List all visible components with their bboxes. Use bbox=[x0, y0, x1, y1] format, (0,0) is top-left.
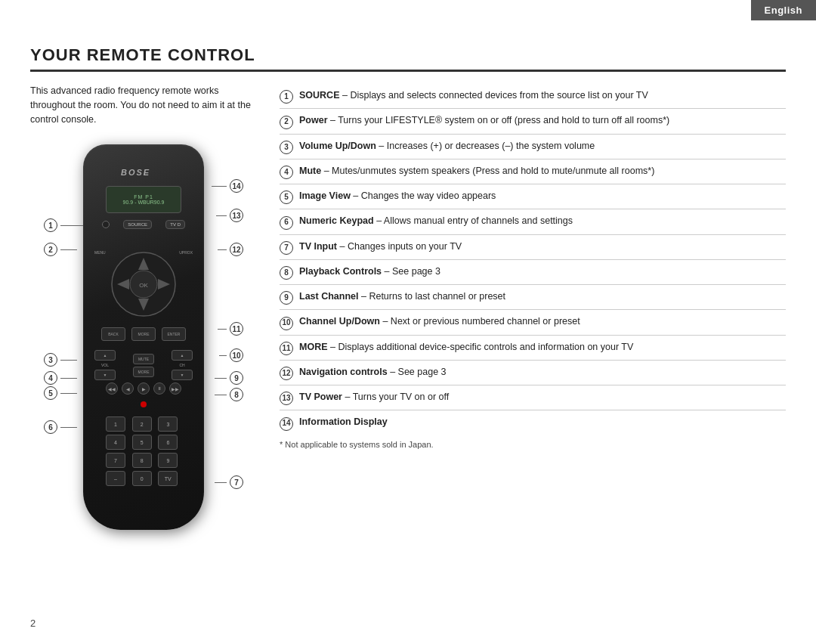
callout-position-5: 5 bbox=[44, 386, 77, 400]
callout-circle-13: 13 bbox=[230, 209, 243, 222]
callout-line-13 bbox=[216, 215, 227, 216]
back-button: BACK bbox=[101, 327, 125, 341]
feature-text: Navigation controls – See page 3 bbox=[299, 365, 786, 379]
callout-circle-right: 11 bbox=[280, 342, 293, 355]
callout-circle-7: 7 bbox=[230, 475, 243, 489]
remote-display: FM P1 90.9 - WBUR90.9 bbox=[106, 186, 181, 213]
feature-label: Playback Controls bbox=[299, 266, 382, 277]
callout-line-11 bbox=[218, 329, 227, 330]
mute-button: MUTE bbox=[133, 354, 154, 364]
enter-button: ENTER bbox=[162, 327, 186, 341]
feature-num-circle: 12 bbox=[280, 366, 293, 380]
prev-btn: ◀◀ bbox=[106, 382, 118, 395]
callout-line-8 bbox=[215, 395, 227, 395]
callout-circle-right: 10 bbox=[280, 317, 293, 330]
display-line1: FM P1 bbox=[134, 194, 153, 200]
ch-controls: ▲ CH ▼ bbox=[172, 350, 193, 380]
feature-label: Numeric Keypad bbox=[299, 215, 374, 226]
feature-label: SOURCE bbox=[299, 90, 339, 101]
svg-text:BOSE: BOSE bbox=[121, 168, 150, 177]
callout-circle-right: 5 bbox=[280, 190, 293, 204]
callout-circle-11: 11 bbox=[230, 322, 243, 336]
feature-num-circle: 5 bbox=[280, 190, 293, 204]
callout-line-5 bbox=[60, 393, 77, 394]
main-content: Your Remote Control This advanced radio … bbox=[30, 45, 786, 614]
callout-line-10 bbox=[219, 355, 227, 356]
feature-item: 1SOURCE – Displays and selects connected… bbox=[280, 84, 786, 109]
vol-up: ▲ bbox=[94, 350, 116, 361]
key-6: 6 bbox=[158, 435, 178, 450]
feature-text: TV Power – Turns your TV on or off bbox=[299, 390, 786, 404]
key-4: 4 bbox=[106, 435, 125, 450]
callout-circle-right: 12 bbox=[280, 367, 293, 380]
mute-control: MUTE MORE bbox=[133, 354, 154, 377]
page-title: Your Remote Control bbox=[30, 45, 786, 72]
ch-up: ▲ bbox=[172, 350, 193, 361]
vol-mute-ch-row: ▲ VOL ▼ MUTE MORE ▲ CH ▼ bbox=[94, 350, 193, 380]
feature-item: 3Volume Up/Down – Increases (+) or decre… bbox=[280, 135, 786, 159]
key-9: 9 bbox=[158, 453, 178, 468]
key-8: 8 bbox=[132, 453, 152, 468]
feature-item: 2Power – Turns your LIFESTYLE® system on… bbox=[280, 109, 786, 134]
power-indicator bbox=[102, 221, 110, 228]
feature-text: Playback Controls – See page 3 bbox=[299, 265, 786, 278]
callout-circle-right: 7 bbox=[280, 241, 293, 255]
callout-line-6 bbox=[60, 427, 77, 428]
more-button: MORE bbox=[131, 327, 156, 341]
feature-num-circle: 3 bbox=[280, 140, 293, 154]
page-number: 2 bbox=[30, 618, 36, 629]
key-tv-input: TV bbox=[158, 471, 178, 486]
callout-circle-9: 9 bbox=[230, 371, 243, 385]
source-button: SOURCE bbox=[123, 220, 152, 229]
callout-position-14: 14 bbox=[212, 179, 243, 193]
feature-num-circle: 10 bbox=[280, 315, 293, 330]
ch-down: ▼ bbox=[172, 370, 193, 380]
callout-line-3 bbox=[60, 360, 77, 361]
feature-text: Information Display bbox=[299, 415, 786, 429]
feature-text: Numeric Keypad – Allows manual entry of … bbox=[299, 214, 786, 228]
callout-position-1: 1 bbox=[44, 218, 83, 232]
feature-item: 11MORE – Displays additional device-spec… bbox=[280, 336, 786, 361]
feature-label: TV Power bbox=[299, 392, 342, 402]
feature-text: TV Input – Changes inputs on your TV bbox=[299, 240, 786, 253]
key-0: 0 bbox=[132, 471, 152, 486]
feature-label: Last Channel bbox=[299, 291, 359, 302]
callout-position-3: 3 bbox=[44, 353, 77, 367]
feature-item: 5Image View – Changes the way video appe… bbox=[280, 184, 786, 209]
callout-circle-right: 13 bbox=[280, 392, 293, 405]
pause-btn: ⏸ bbox=[153, 382, 165, 395]
feature-item: 4Mute – Mutes/unmutes system speakers (P… bbox=[280, 159, 786, 184]
more-btn2: MORE bbox=[133, 367, 154, 377]
ch-label: CH bbox=[179, 363, 184, 367]
feature-label: Image View bbox=[299, 190, 351, 201]
remote-illustration: BOSE FM P1 90.9 - WBUR90.9 SOURCE TV D bbox=[38, 137, 249, 537]
vol-down: ▼ bbox=[94, 370, 116, 380]
feature-label: Mute bbox=[299, 166, 321, 176]
feature-text: Channel Up/Down – Next or previous numbe… bbox=[299, 314, 786, 328]
footnote: * Not applicable to systems sold in Japa… bbox=[280, 440, 786, 449]
feature-item: 9Last Channel – Returns to last channel … bbox=[280, 285, 786, 310]
feature-item: 12Navigation controls – See page 3 bbox=[280, 361, 786, 385]
nav-cluster: OK bbox=[110, 250, 178, 318]
right-column: 1SOURCE – Displays and selects connected… bbox=[280, 84, 786, 537]
feature-label: Information Display bbox=[299, 416, 388, 427]
two-column-layout: This advanced radio frequency remote wor… bbox=[30, 84, 786, 537]
rew-btn: ◀ bbox=[122, 382, 134, 395]
callout-circle-right: 8 bbox=[280, 266, 293, 280]
callout-circle-right: 14 bbox=[280, 417, 293, 431]
callout-circle-12: 12 bbox=[230, 243, 243, 256]
vol-label: VOL bbox=[101, 363, 109, 367]
callout-circle-right: 4 bbox=[280, 166, 293, 179]
key-7: 7 bbox=[106, 453, 125, 468]
feature-label: Volume Up/Down bbox=[299, 141, 376, 151]
callout-position-7: 7 bbox=[215, 475, 243, 489]
callout-line-14 bbox=[212, 186, 227, 187]
callout-circle-right: 3 bbox=[280, 141, 293, 154]
feature-list: 1SOURCE – Displays and selects connected… bbox=[280, 84, 786, 435]
feature-item: 6Numeric Keypad – Allows manual entry of… bbox=[280, 209, 786, 234]
feature-num-circle: 13 bbox=[280, 391, 293, 405]
vol-controls: ▲ VOL ▼ bbox=[94, 350, 116, 380]
callout-circle-4: 4 bbox=[44, 371, 57, 385]
feature-label: Power bbox=[299, 115, 328, 125]
callout-line-1 bbox=[60, 225, 83, 226]
